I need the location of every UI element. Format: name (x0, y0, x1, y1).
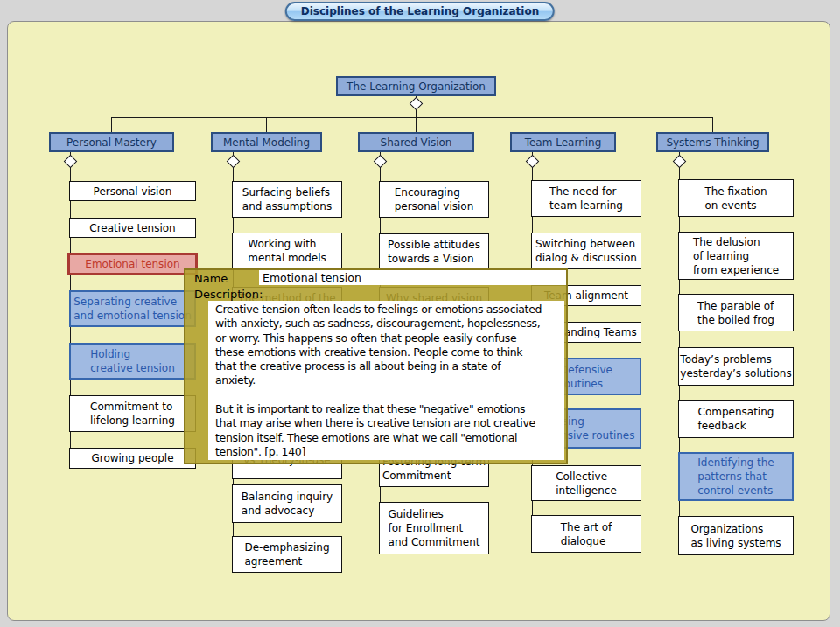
name-input[interactable] (259, 270, 566, 285)
diamond-connector (526, 155, 540, 169)
node-the-need-for-team-learning[interactable]: The need for team learning (531, 180, 641, 217)
node-identifying-the-patterns-that-control-events[interactable]: Identifying the patterns that control ev… (678, 452, 794, 501)
node-surfacing-beliefs-and-assumptions[interactable]: Surfacing beliefs and assumptions (232, 181, 342, 218)
description-label: Description: (194, 288, 262, 301)
node-organizations-as-living-systems[interactable]: Organizations as living systems (678, 516, 794, 555)
connector-line (416, 117, 416, 132)
connector-line (712, 117, 713, 132)
connector-line (266, 117, 267, 132)
connector-bus (111, 117, 713, 118)
map-title-button[interactable]: Disciplines of the Learning Organization (285, 2, 555, 21)
node-emotional-tension[interactable]: Emotional tension (67, 253, 198, 275)
diamond-connector (410, 97, 424, 111)
branch-systems-thinking[interactable]: Systems Thinking (656, 132, 769, 152)
branch-team-learning[interactable]: Team Learning (510, 132, 616, 152)
connector-line (416, 110, 416, 117)
node-the-learning-organization[interactable]: The Learning Organization (336, 76, 496, 96)
node-the-parable-of-the-boiled-frog[interactable]: The parable of the boiled frog (678, 294, 794, 331)
node-commitment-to-lifelong-learning[interactable]: Commitment to lifelong learning (69, 395, 196, 432)
diamond-connector (227, 155, 241, 169)
node-possible-attitudes-towards-a-vision[interactable]: Possible attitudes towards a Vision (379, 233, 489, 270)
node-todays-problems-yesterdays-solutions[interactable]: Today’s problems yesterday’s solutions (678, 347, 794, 386)
diamond-connector (374, 155, 388, 169)
diamond-connector (64, 155, 78, 169)
connector-line (111, 117, 112, 132)
node-compensating-feedback[interactable]: Compensating feedback (678, 400, 794, 438)
node-personal-vision[interactable]: Personal vision (69, 181, 196, 201)
node-guidelines-for-enrollment-and-commitment[interactable]: Guidelines for Enrollment and Commitment (379, 502, 489, 554)
node-working-with-mental-models[interactable]: Working with mental models (232, 233, 342, 269)
node-the-fixation-on-events[interactable]: The fixation on events (678, 179, 794, 217)
node-encouraging-personal-vision[interactable]: Encouraging personal vision (379, 181, 489, 218)
node-the-art-of-dialogue[interactable]: The art of dialogue (531, 515, 641, 553)
name-label: Name (194, 272, 228, 285)
node-de-emphasizing-agreement[interactable]: De-emphasizing agreement (232, 536, 342, 573)
node-growing-people[interactable]: Growing people (69, 448, 196, 469)
node-balancing-inquiry-and-advocacy[interactable]: Balancing inquiry and advocacy (232, 484, 342, 523)
node-collective-intelligence[interactable]: Collective intelligence (531, 465, 641, 501)
connector-line (563, 117, 564, 132)
branch-personal-mastery[interactable]: Personal Mastery (49, 132, 174, 152)
node-creative-tension[interactable]: Creative tension (69, 218, 196, 238)
node-switching-between-dialog-discussion[interactable]: Switching between dialog & discussion (531, 233, 641, 269)
node-details-popup: Name Description: Creative tension often… (184, 268, 568, 464)
branch-shared-vision[interactable]: Shared Vision (358, 132, 474, 152)
branch-mental-modeling[interactable]: Mental Modeling (211, 132, 322, 152)
node-the-delusion-of-learning-from-experience[interactable]: The delusion of learning from experience (678, 232, 794, 280)
node-separating-creative-and-emotional-tension[interactable]: Separating creative and emotional tensio… (69, 290, 196, 327)
description-textarea[interactable]: Creative tension often leads to feelings… (208, 301, 564, 460)
node-holding-creative-tension[interactable]: Holding creative tension (69, 343, 196, 380)
diamond-connector (673, 155, 687, 169)
